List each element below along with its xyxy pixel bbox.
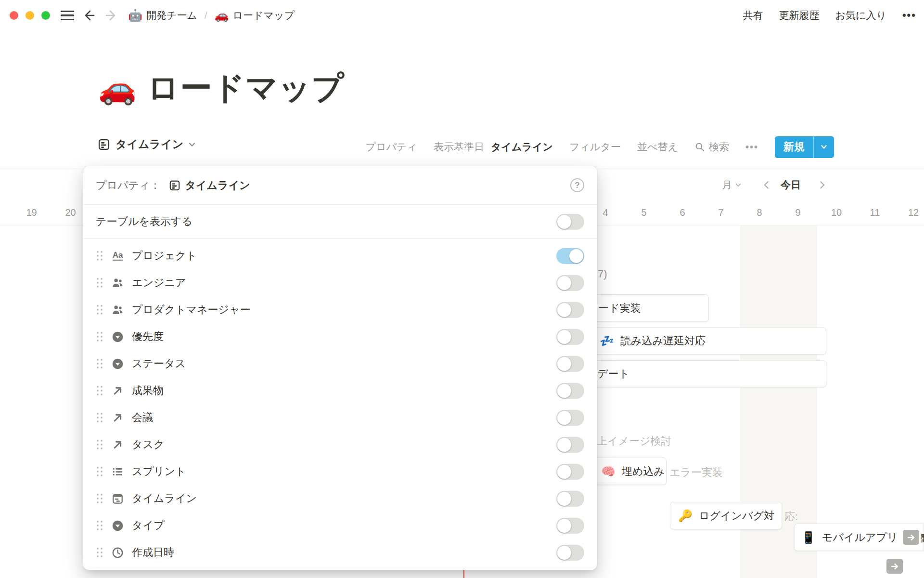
property-visibility-toggle[interactable] <box>556 302 584 318</box>
more-options-icon[interactable]: ••• <box>902 9 916 22</box>
drag-handle-icon[interactable] <box>96 330 103 343</box>
property-row[interactable]: Aa プロジェクト <box>83 242 597 269</box>
new-button[interactable]: 新規 <box>775 136 834 158</box>
show-table-toggle[interactable] <box>556 214 584 230</box>
page-icon-car-emoji[interactable]: 🚗 <box>98 73 137 104</box>
zoom-window-button[interactable] <box>41 11 50 20</box>
drag-handle-icon[interactable] <box>96 411 103 424</box>
select-icon <box>111 330 124 343</box>
property-row[interactable]: エンジニア <box>83 269 597 296</box>
property-visibility-toggle[interactable] <box>556 356 584 372</box>
view-tab-label: タイムライン <box>116 137 183 152</box>
updates-button[interactable]: 更新履歴 <box>779 9 819 22</box>
property-visibility-toggle[interactable] <box>556 545 584 561</box>
toggle-knob <box>557 215 571 229</box>
scroll-to-card-arrow-icon[interactable] <box>886 559 903 574</box>
timeline-date[interactable]: 12 <box>894 204 924 221</box>
properties-button[interactable]: プロパティ <box>366 140 417 154</box>
timeline-today-button[interactable]: 今日 <box>781 175 801 195</box>
property-label: 成果物 <box>132 383 164 398</box>
property-row[interactable]: タスク <box>83 431 597 458</box>
help-icon[interactable]: ? <box>570 178 584 192</box>
property-row[interactable]: 会議 <box>83 404 597 431</box>
drag-handle-icon[interactable] <box>96 276 103 289</box>
property-visibility-toggle[interactable] <box>556 329 584 345</box>
property-row[interactable]: 成果物 <box>83 377 597 404</box>
drag-handle-icon[interactable] <box>96 438 103 451</box>
new-button-chevron-down-icon[interactable] <box>814 136 834 158</box>
popup-header: プロパティ： タイムライン ? <box>83 166 597 205</box>
drag-handle-icon[interactable] <box>96 357 103 370</box>
timeline-date[interactable]: 7 <box>702 204 740 221</box>
view-more-options-icon[interactable]: ••• <box>745 142 758 153</box>
drag-handle-icon[interactable] <box>96 384 103 397</box>
toggle-knob <box>557 411 571 425</box>
new-button-label[interactable]: 新規 <box>775 136 813 158</box>
forward-icon[interactable] <box>105 9 118 22</box>
sort-button[interactable]: 並べ替え <box>637 140 678 154</box>
card-title: 埋め込み <box>622 464 665 479</box>
timeline-date[interactable]: 11 <box>856 204 894 221</box>
timeline-date[interactable]: 6 <box>663 204 702 221</box>
property-visibility-toggle[interactable] <box>556 410 584 426</box>
page-title[interactable]: ロードマップ <box>147 66 345 110</box>
minimize-window-button[interactable] <box>26 11 34 20</box>
show-table-label: テーブルを表示する <box>96 214 192 229</box>
breadcrumb-page[interactable]: 🚗 ロードマップ <box>212 7 297 24</box>
timeline-date[interactable]: 10 <box>817 204 856 221</box>
property-row[interactable]: スプリント <box>83 458 597 485</box>
property-visibility-toggle[interactable] <box>556 518 584 534</box>
relation-icon <box>111 384 124 397</box>
card-title: ード実装 <box>598 301 641 315</box>
timeline-date[interactable]: 5 <box>625 204 663 221</box>
toggle-knob <box>557 519 571 533</box>
property-visibility-toggle[interactable] <box>556 275 584 291</box>
property-visibility-toggle[interactable] <box>556 491 584 507</box>
timeline-next-icon[interactable] <box>817 175 827 195</box>
sidebar-menu-icon[interactable] <box>61 11 74 20</box>
breadcrumb-team[interactable]: 🤖 開発チーム <box>125 7 200 24</box>
property-row[interactable]: 作成日時 <box>83 539 597 566</box>
filter-button[interactable]: フィルター <box>569 140 621 154</box>
drag-handle-icon[interactable] <box>96 492 103 505</box>
car-emoji-icon: 🚗 <box>215 10 229 21</box>
view-toolbar: タイムライン プロパティ 表示基準日 タイムライン フィルター 並べ替え 検索 … <box>0 134 924 160</box>
property-row[interactable]: タイムライン <box>83 485 597 512</box>
property-row[interactable]: ステータス <box>83 350 597 377</box>
tab-timeline-view[interactable]: タイムライン <box>97 137 196 152</box>
timeline-prev-icon[interactable] <box>762 175 771 195</box>
property-visibility-toggle[interactable] <box>556 464 584 480</box>
property-row[interactable]: タイプ <box>83 512 597 539</box>
property-visibility-toggle[interactable] <box>556 248 584 264</box>
timeline-date[interactable]: 19 <box>12 204 51 221</box>
group-by-date-button[interactable]: 表示基準日 タイムライン <box>434 140 553 154</box>
property-label: プロジェクト <box>132 249 197 263</box>
drag-handle-icon[interactable] <box>96 546 103 559</box>
search-button[interactable]: 検索 <box>694 140 729 154</box>
card-overflow-title: 応: <box>784 510 798 524</box>
popup-view-name: タイムライン <box>168 178 250 193</box>
timeline-date[interactable]: 8 <box>740 204 779 221</box>
toggle-knob <box>557 465 571 479</box>
card-overflow-title: エラー実装 <box>669 465 723 480</box>
drag-handle-icon[interactable] <box>96 465 103 478</box>
list-icon <box>111 465 124 478</box>
favorite-button[interactable]: お気に入り <box>835 9 886 22</box>
scroll-to-card-arrow-icon[interactable] <box>903 530 919 545</box>
toggle-knob <box>557 330 571 344</box>
breadcrumb: 🤖 開発チーム / 🚗 ロードマップ <box>125 7 297 24</box>
drag-handle-icon[interactable] <box>96 250 103 262</box>
property-row[interactable]: 優先度 <box>83 323 597 350</box>
timeline-scale-select[interactable]: 月 <box>722 175 742 195</box>
share-button[interactable]: 共有 <box>743 9 763 22</box>
search-label: 検索 <box>709 140 729 154</box>
property-visibility-toggle[interactable] <box>556 383 584 399</box>
drag-handle-icon[interactable] <box>96 519 103 532</box>
drag-handle-icon[interactable] <box>96 303 103 316</box>
back-icon[interactable] <box>82 9 95 22</box>
timeline-card[interactable]: 🔑 ログインバグ対 <box>670 502 782 529</box>
close-window-button[interactable] <box>10 11 18 20</box>
timeline-date[interactable]: 9 <box>779 204 817 221</box>
property-visibility-toggle[interactable] <box>556 437 584 453</box>
property-row[interactable]: プロダクトマネージャー <box>83 296 597 323</box>
